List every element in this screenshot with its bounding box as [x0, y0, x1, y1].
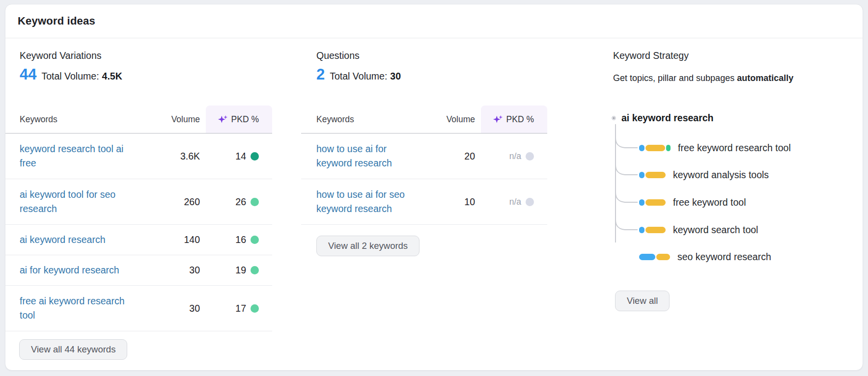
pkd-cell: n/a: [481, 197, 547, 207]
pkd-cell: 16: [206, 234, 272, 245]
bar-segment: [639, 254, 655, 260]
pkd-dot: [251, 152, 259, 161]
keyword-link[interactable]: free ai keyword research tool: [5, 294, 152, 322]
tree-item-label: free keyword tool: [673, 197, 746, 208]
keyword-link[interactable]: ai for keyword research: [5, 263, 152, 277]
card-title: Keyword ideas: [18, 15, 95, 27]
pkd-value: 14: [235, 151, 246, 162]
total-volume-label: Total Volume:: [330, 71, 387, 82]
pkd-dot: [251, 198, 259, 206]
volume-column-header: Volume: [427, 114, 481, 125]
keyword-metric-bar: [639, 227, 666, 233]
bar-segment: [639, 172, 644, 178]
pkd-column-header: PKD %: [206, 114, 272, 125]
variations-title: Keyword Variations: [5, 50, 272, 61]
pkd-value: 16: [235, 234, 246, 245]
questions-count: 2: [316, 66, 325, 83]
total-volume-label: Total Volume:: [41, 71, 99, 82]
pkd-value: 19: [235, 265, 246, 276]
ai-sparkle-icon: [493, 114, 503, 125]
pkd-cell: n/a: [481, 151, 547, 161]
pkd-dot: [526, 198, 534, 206]
total-volume-value: 4.5K: [102, 71, 122, 82]
questions-stat: 2 Total Volume: 30: [301, 66, 547, 83]
pkd-cell: 14: [206, 151, 272, 162]
keyword-metric-bar: [639, 254, 670, 260]
volume-value: 30: [152, 265, 206, 276]
keyword-ideas-page: Keyword ideas Keyword Variations 44 Tota…: [0, 0, 868, 376]
keyword-strategy-section: Keyword Strategy Get topics, pillar and …: [608, 39, 863, 83]
tree-item: free keyword tool: [639, 197, 746, 207]
tree-root-dot-icon: [612, 116, 616, 120]
tree-item-label: free keyword research tool: [678, 142, 791, 154]
keyword-metric-bar: [639, 145, 671, 151]
questions-title: Questions: [301, 50, 547, 61]
bar-segment: [656, 254, 670, 260]
pkd-cell: 19: [206, 265, 272, 276]
tree-item: keyword search tool: [639, 225, 758, 235]
card-header: Keyword ideas: [5, 4, 863, 38]
questions-section: Questions 2 Total Volume: 30 Keywords Vo…: [301, 39, 547, 256]
pkd-cell: 26: [206, 196, 272, 208]
keyword-link[interactable]: how to use ai for seo keyword research: [301, 188, 427, 216]
keyword-link[interactable]: ai keyword tool for seo research: [5, 188, 152, 216]
tree-item: free keyword research tool: [639, 143, 791, 153]
keyword-ideas-card: Keyword ideas Keyword Variations 44 Tota…: [5, 4, 863, 371]
table-row: free ai keyword research tool 30 17: [5, 286, 272, 331]
bar-segment: [639, 199, 644, 206]
keyword-metric-bar: [639, 199, 666, 206]
total-volume-value: 30: [390, 71, 401, 82]
keyword-link[interactable]: ai keyword research: [5, 233, 152, 247]
tree-root-label: ai keyword research: [621, 112, 714, 124]
volume-value: 10: [427, 196, 481, 208]
tree-root: ai keyword research: [612, 112, 714, 124]
bar-segment: [645, 227, 666, 233]
view-all-strategy-button[interactable]: View all: [615, 291, 670, 311]
table-row: ai keyword tool for seo research 260 26: [5, 179, 272, 225]
table-row: ai for keyword research 30 19: [5, 255, 272, 286]
ai-sparkle-icon: [218, 114, 228, 125]
table-row: how to use ai for seo keyword research 1…: [301, 179, 547, 225]
volume-value: 140: [152, 234, 206, 245]
volume-value: 3.6K: [152, 151, 206, 162]
volume-column-header: Volume: [152, 114, 206, 125]
view-all-variations-button[interactable]: View all 44 keywords: [19, 339, 127, 360]
tree-item-label: keyword analysis tools: [673, 169, 769, 181]
strategy-title: Keyword Strategy: [608, 50, 863, 61]
volume-value: 260: [152, 196, 206, 208]
pkd-value: 17: [235, 303, 246, 314]
keyword-link[interactable]: keyword research tool ai free: [5, 142, 152, 170]
pkd-value: n/a: [509, 151, 521, 161]
table-row: keyword research tool ai free 3.6K 14: [5, 134, 272, 179]
tree-item: seo keyword research: [639, 252, 771, 262]
pkd-dot: [251, 304, 259, 313]
keywords-column-header: Keywords: [5, 114, 152, 125]
pkd-dot: [251, 266, 259, 274]
tree-connector-lines: [610, 81, 772, 242]
table-row: how to use ai for keyword research 20 n/…: [301, 134, 547, 179]
tree-item-label: keyword search tool: [673, 224, 758, 236]
variations-table-header: Keywords Volume PKD %: [5, 106, 272, 134]
strategy-tree: ai keyword research free keyword researc…: [610, 81, 772, 242]
bar-segment: [666, 145, 671, 151]
volume-value: 30: [152, 303, 206, 314]
tree-item-label: seo keyword research: [677, 251, 771, 263]
view-all-questions-button[interactable]: View all 2 keywords: [316, 236, 420, 256]
table-row: ai keyword research 140 16: [5, 225, 272, 255]
variations-table: Keywords Volume PKD % keyword research t…: [5, 106, 272, 331]
pkd-dot: [251, 236, 259, 244]
pkd-value: n/a: [509, 197, 521, 207]
bar-segment: [645, 145, 665, 151]
volume-value: 20: [427, 151, 481, 162]
keyword-link[interactable]: how to use ai for keyword research: [301, 142, 427, 170]
bar-segment: [639, 227, 644, 233]
keywords-column-header: Keywords: [301, 114, 427, 125]
questions-table-header: Keywords Volume PKD %: [301, 106, 547, 134]
questions-table: Keywords Volume PKD % how to use ai for …: [301, 106, 547, 225]
keyword-metric-bar: [639, 172, 666, 178]
tree-item: keyword analysis tools: [639, 170, 769, 180]
bar-segment: [645, 172, 666, 178]
bar-segment: [639, 145, 644, 151]
pkd-cell: 17: [206, 303, 272, 314]
pkd-value: 26: [235, 196, 246, 208]
